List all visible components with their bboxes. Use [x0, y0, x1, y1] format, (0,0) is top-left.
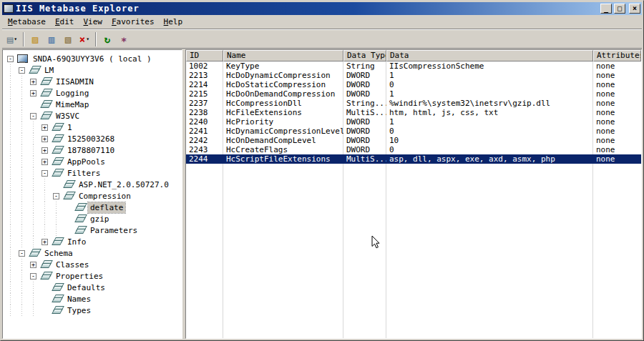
expander-minus-icon[interactable]: -	[19, 67, 25, 74]
tree-indent-guide	[39, 213, 51, 224]
minimize-button[interactable]: _	[600, 4, 612, 14]
list-row-2240[interactable]: 2240HcPriorityDWORD1none	[186, 117, 641, 127]
column-header-id[interactable]: ID	[186, 50, 223, 61]
menu-view[interactable]: View	[79, 16, 108, 28]
tree-node-label[interactable]: LM	[42, 65, 56, 76]
new-key-button[interactable]: ▤▾	[4, 31, 20, 47]
tree-indent-guide	[28, 236, 39, 247]
menu-edit[interactable]: Edit	[52, 16, 80, 28]
expander-plus-icon[interactable]: +	[42, 239, 48, 245]
database-icon	[39, 77, 51, 86]
maximize-button[interactable]: □	[614, 4, 625, 14]
tree-node-label[interactable]: Compression	[77, 191, 133, 202]
cell-name: HcDoDynamicCompression	[223, 71, 343, 80]
expander-minus-icon[interactable]: -	[53, 193, 59, 199]
list-row-2242[interactable]: 2242HcOnDemandCompLevelDWORD10none	[186, 136, 641, 145]
tree-node-label[interactable]: 1525003268	[65, 134, 117, 144]
cell-data-type: MultiS...	[343, 108, 386, 117]
expander-minus-icon[interactable]: -	[30, 113, 36, 119]
titlebar[interactable]: IIS Metabase Explorer _ □ ×	[2, 2, 642, 15]
column-header-name[interactable]: Name	[223, 50, 343, 61]
database-icon	[51, 134, 62, 143]
tree-item-info: +Info	[5, 236, 182, 247]
tree-indent-guide	[16, 282, 28, 293]
tree-indent-guide	[28, 213, 39, 224]
tree-node-label[interactable]: SNDA-69Q3UYY3V6 ( local )	[31, 54, 154, 64]
list-row-2214[interactable]: 2214HcDoStaticCompressionDWORD0none	[186, 80, 641, 89]
refresh-button[interactable]: ↻	[99, 31, 115, 47]
expander-plus-icon[interactable]: +	[30, 79, 36, 85]
tree-indent-guide	[5, 305, 16, 316]
app-icon	[4, 4, 14, 13]
list-row-2241[interactable]: 2241HcDynamicCompressionLevelDWORD0none	[186, 127, 641, 136]
close-button[interactable]: ×	[629, 4, 640, 14]
network-icon: ∗	[121, 34, 127, 45]
expander-plus-icon[interactable]: +	[42, 124, 48, 131]
tree-node-label[interactable]: Properties	[54, 271, 105, 282]
cell-attributes: none	[593, 99, 641, 108]
list-body[interactable]: 1002KeyTypeStringIIsCompressionSchemenon…	[186, 61, 641, 338]
tree-node-label[interactable]: 1	[65, 122, 74, 133]
tree-node-label[interactable]: Parameters	[88, 225, 140, 236]
tree-node-label[interactable]: gzip	[88, 214, 112, 224]
paste-icon: ▧	[65, 34, 71, 45]
tree-item-types: Types	[5, 305, 182, 316]
list-row-2238[interactable]: 2238HcFileExtensionsMultiS...htm, html, …	[186, 108, 641, 117]
tree-node-label[interactable]: Schema	[42, 248, 75, 259]
expander-minus-icon[interactable]: -	[19, 250, 25, 257]
expander-minus-icon[interactable]: -	[7, 56, 14, 62]
list-row-2243[interactable]: 2243HcCreateFlagsDWORD0none	[186, 145, 641, 154]
toolbar-separator	[95, 32, 97, 46]
tree-node-label[interactable]: ASP.NET_2.0.50727.0	[77, 179, 171, 190]
copy-icon: ▥	[49, 34, 54, 45]
cell-id: 2243	[186, 145, 223, 154]
expander-plus-icon[interactable]: +	[30, 262, 36, 268]
tree-node-label[interactable]: MimeMap	[54, 99, 91, 110]
tree-indent-guide	[39, 190, 51, 202]
tree-node-label[interactable]: Classes	[54, 260, 91, 270]
list-row-2244[interactable]: 2244HcScriptFileExtensionsMultiS...asp, …	[186, 154, 641, 164]
column-header-data-type[interactable]: Data Type	[343, 50, 386, 61]
tree-node-label[interactable]: 1878807110	[65, 145, 117, 156]
tree-indent-guide	[28, 179, 39, 190]
tree-node-label[interactable]: Logging	[54, 88, 91, 99]
list-row-2213[interactable]: 2213HcDoDynamicCompressionDWORD1none	[186, 71, 641, 80]
list-row-1002[interactable]: 1002KeyTypeStringIIsCompressionSchemenon…	[186, 61, 641, 71]
list-row-2215[interactable]: 2215HcDoOnDemandCompressionDWORD1none	[186, 89, 641, 99]
menu-metabase[interactable]: Metabase	[4, 16, 52, 28]
open-key-button[interactable]: ▨	[27, 31, 43, 47]
expander-plus-icon[interactable]: +	[30, 90, 36, 97]
tree-indent-guide	[5, 259, 16, 270]
expander-plus-icon[interactable]: +	[42, 147, 48, 154]
expander-plus-icon[interactable]: +	[42, 159, 48, 165]
paste-button[interactable]: ▧	[60, 31, 76, 47]
list-row-2237[interactable]: 2237HcCompressionDllString...%windir%\sy…	[186, 99, 641, 108]
menu-favorites[interactable]: Favorites	[108, 16, 160, 28]
tree-indent-guide	[16, 87, 28, 99]
tree-node-label[interactable]: AppPools	[65, 157, 107, 167]
expander-plus-icon[interactable]: +	[42, 136, 48, 142]
tree-indent-guide	[5, 247, 16, 259]
tree[interactable]: -SNDA-69Q3UYY3V6 ( local )-LM+IISADMIN+L…	[2, 49, 182, 339]
tree-node-label[interactable]: W3SVC	[54, 111, 82, 122]
expander-minus-icon[interactable]: -	[30, 273, 36, 280]
list-panel[interactable]: IDNameData TypeDataAttributes 1002KeyTyp…	[185, 49, 642, 339]
column-header-attributes[interactable]: Attributes	[593, 50, 641, 61]
tree-node-label[interactable]: deflate	[88, 202, 125, 213]
menu-help[interactable]: Help	[160, 16, 189, 28]
column-header-data[interactable]: Data	[386, 50, 593, 61]
tree-node-label[interactable]: Types	[65, 305, 93, 316]
delete-button[interactable]: ×▾	[77, 31, 92, 47]
tree-item-schema: -Schema	[5, 247, 182, 259]
expander-minus-icon[interactable]: -	[42, 170, 48, 177]
cell-name: HcCreateFlags	[223, 145, 343, 154]
tree-node-label[interactable]: IISADMIN	[54, 76, 96, 87]
cell-data: IIsCompressionScheme	[386, 61, 593, 71]
tree-node-label[interactable]: Names	[65, 294, 93, 305]
tree-item-w3svc: -W3SVC	[5, 110, 182, 122]
view-network-button[interactable]: ∗	[116, 31, 132, 47]
tree-node-label[interactable]: Info	[65, 237, 89, 247]
copy-button[interactable]: ▥	[44, 31, 59, 47]
tree-node-label[interactable]: Defaults	[65, 282, 107, 293]
tree-node-label[interactable]: Filters	[65, 168, 102, 179]
